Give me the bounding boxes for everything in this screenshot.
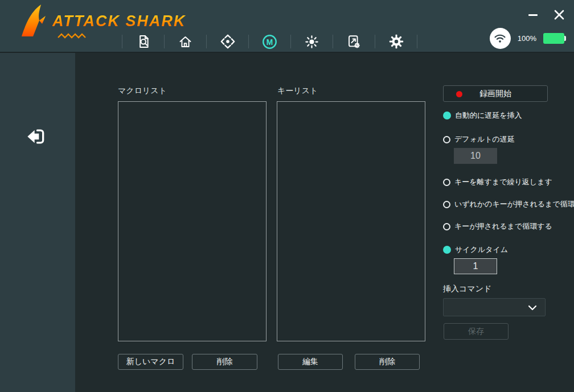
battery-percent: 100% bbox=[518, 34, 536, 43]
radio-icon bbox=[443, 136, 450, 143]
delete-key-button[interactable]: 削除 bbox=[355, 354, 420, 370]
settings-icon bbox=[388, 34, 404, 49]
insert-command-label: 挿入コマンド bbox=[443, 284, 491, 294]
minimize-button[interactable] bbox=[525, 7, 541, 23]
option-repeat-until-key-release[interactable]: キーを離すまで繰り返します bbox=[443, 177, 552, 187]
brand-logo: ATTACK SHARK bbox=[20, 3, 49, 44]
battery-fill bbox=[543, 33, 564, 44]
option-loop-until-key-press[interactable]: キーが押されるまで循環する bbox=[443, 221, 552, 232]
macro-icon: M bbox=[261, 34, 278, 50]
radio-icon bbox=[443, 201, 450, 208]
key-list-title: キーリスト bbox=[277, 86, 318, 96]
top-navigation: M bbox=[122, 31, 417, 52]
insert-command-dropdown[interactable] bbox=[443, 298, 546, 316]
option-label: サイクルタイム bbox=[455, 245, 508, 255]
default-delay-input[interactable] bbox=[454, 148, 497, 164]
lighting-icon bbox=[304, 34, 319, 49]
topbar: ATTACK SHARK bbox=[0, 0, 574, 53]
battery-nub bbox=[564, 36, 566, 41]
nav-screen-settings-button[interactable] bbox=[333, 31, 375, 52]
key-list[interactable] bbox=[277, 101, 425, 341]
new-macro-button[interactable]: 新しいマクロ bbox=[118, 354, 183, 370]
radio-icon bbox=[443, 112, 451, 119]
wifi-icon bbox=[493, 31, 507, 46]
option-label: デフォルトの遅延 bbox=[454, 134, 515, 145]
macro-list-title: マクロリスト bbox=[118, 86, 167, 96]
delete-macro-button[interactable]: 削除 bbox=[192, 354, 257, 370]
window-controls bbox=[525, 7, 567, 23]
battery-icon bbox=[543, 33, 566, 44]
attack-shark-app: ATTACK SHARK bbox=[0, 0, 574, 392]
cycle-time-input[interactable] bbox=[454, 258, 497, 274]
start-recording-button[interactable]: 録画開始 bbox=[443, 85, 548, 102]
nav-settings-button[interactable] bbox=[375, 31, 417, 52]
option-loop-until-any-key[interactable]: いずれかのキーが押されるまで循環する bbox=[443, 199, 574, 209]
shark-fin-icon bbox=[20, 3, 49, 39]
option-label: キーを離すまで繰り返します bbox=[454, 177, 552, 187]
macro-icon-letter: M bbox=[266, 37, 273, 46]
sidebar bbox=[0, 53, 75, 392]
option-default-delay[interactable]: デフォルトの遅延 bbox=[443, 134, 515, 145]
macro-list[interactable] bbox=[118, 101, 266, 341]
file-search-icon bbox=[136, 34, 151, 49]
close-icon bbox=[554, 9, 565, 20]
option-label: 自動的に遅延を挿入 bbox=[455, 110, 522, 121]
exit-icon bbox=[23, 125, 48, 148]
option-label: いずれかのキーが押されるまで循環する bbox=[454, 199, 574, 209]
connection-status: 100% bbox=[490, 28, 566, 48]
option-cycle-time[interactable]: サイクルタイム bbox=[443, 245, 508, 255]
nav-macro-button[interactable]: M bbox=[249, 31, 290, 52]
nav-home-button[interactable] bbox=[165, 31, 206, 52]
nav-lighting-button[interactable] bbox=[291, 31, 333, 52]
nav-separator bbox=[417, 35, 417, 48]
close-button[interactable] bbox=[551, 7, 567, 23]
exit-button[interactable] bbox=[23, 125, 49, 150]
record-dot-icon bbox=[456, 91, 462, 97]
radio-icon bbox=[443, 246, 451, 254]
nav-dpi-button[interactable] bbox=[207, 31, 248, 52]
edit-key-button[interactable]: 編集 bbox=[278, 354, 343, 370]
dpi-icon bbox=[220, 34, 236, 49]
screen-settings-icon bbox=[346, 34, 362, 50]
start-recording-label: 録画開始 bbox=[479, 89, 511, 98]
radio-icon bbox=[443, 223, 450, 230]
wifi-badge bbox=[490, 28, 511, 49]
radio-icon bbox=[443, 179, 450, 186]
save-button[interactable]: 保存 bbox=[444, 323, 509, 340]
nav-file-search-button[interactable] bbox=[122, 31, 164, 52]
minimize-icon bbox=[528, 14, 538, 16]
chevron-down-icon bbox=[528, 305, 537, 311]
option-auto-insert-delay[interactable]: 自動的に遅延を挿入 bbox=[443, 110, 522, 121]
option-label: キーが押されるまで循環する bbox=[454, 221, 552, 232]
brand-name: ATTACK SHARK bbox=[52, 13, 186, 30]
zigzag-underline-icon bbox=[57, 33, 89, 39]
home-icon bbox=[178, 34, 193, 49]
